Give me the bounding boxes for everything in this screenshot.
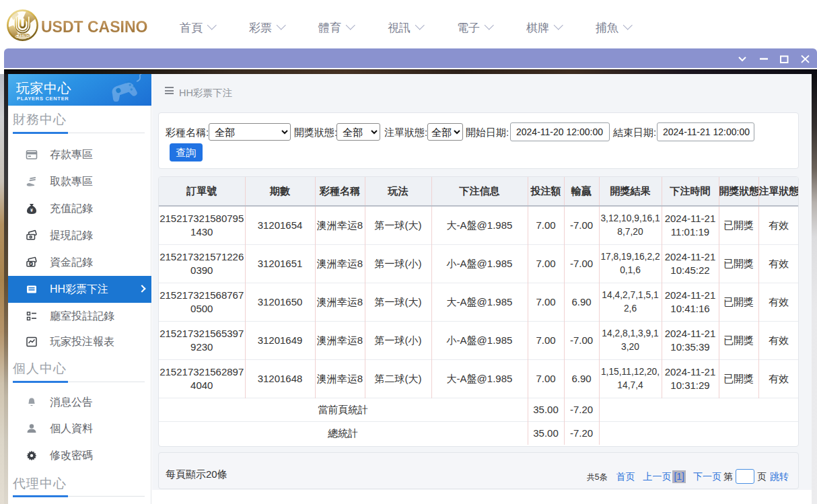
svg-text:¥: ¥ xyxy=(30,208,33,213)
svg-text:$: $ xyxy=(30,262,32,266)
svg-text:CASINO: CASINO xyxy=(16,34,30,38)
